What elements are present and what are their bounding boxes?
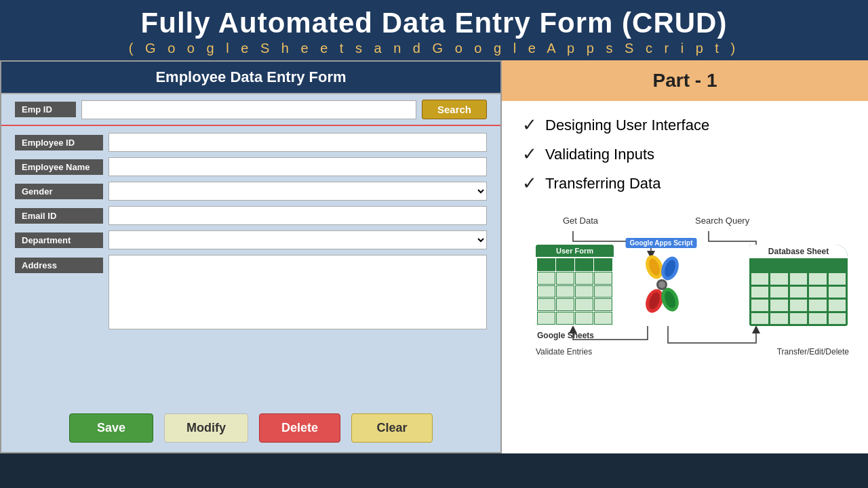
- checklist: ✓ Designing User Interface ✓ Validating …: [502, 101, 868, 207]
- delete-button[interactable]: Delete: [259, 413, 340, 443]
- part-label: Part - 1: [502, 60, 868, 101]
- check-item-1: ✓ Designing User Interface: [522, 115, 848, 136]
- save-button[interactable]: Save: [69, 413, 153, 443]
- address-label: Address: [15, 258, 103, 273]
- email-id-label: Email ID: [15, 208, 103, 224]
- form-title: Employee Data Entry Form: [1, 62, 500, 94]
- database-sheet-label: Database Sheet: [749, 245, 848, 258]
- svg-point-9: [658, 281, 665, 288]
- check-mark-1: ✓: [522, 115, 537, 136]
- apps-script-box: Google Apps Script: [620, 245, 702, 326]
- department-label: Department: [15, 232, 103, 248]
- transfer-label: Transfer/Edit/Delete: [777, 347, 849, 357]
- left-panel: Employee Data Entry Form Emp ID Search E…: [0, 60, 502, 453]
- address-textarea[interactable]: [108, 255, 487, 329]
- email-id-row: Email ID: [15, 206, 487, 225]
- department-select[interactable]: HR IT Finance: [108, 230, 487, 249]
- buttons-row: Save Modify Delete Clear: [1, 404, 500, 452]
- form-fields: Employee ID Employee Name Gender Male Fe…: [1, 126, 500, 404]
- apps-script-icon: [631, 255, 692, 316]
- check-item-3: ✓ Transferring Data: [522, 173, 848, 194]
- search-button[interactable]: Search: [422, 100, 487, 119]
- employee-id-row: Employee ID: [15, 133, 487, 152]
- right-panel: Part - 1 ✓ Designing User Interface ✓ Va…: [502, 60, 868, 453]
- header: Fully Automated Data Entry Form (CRUD) (…: [0, 0, 868, 60]
- check-label-3: Transferring Data: [545, 175, 660, 192]
- employee-id-label: Employee ID: [15, 135, 103, 150]
- main-layout: Employee Data Entry Form Emp ID Search E…: [0, 60, 868, 453]
- employee-id-input[interactable]: [108, 133, 487, 152]
- employee-name-row: Employee Name: [15, 157, 487, 176]
- database-sheet-box: Database Sheet: [749, 245, 848, 326]
- employee-name-input[interactable]: [108, 157, 487, 176]
- department-row: Department HR IT Finance: [15, 230, 487, 249]
- check-label-2: Validating Inputs: [545, 146, 654, 163]
- clear-button[interactable]: Clear: [351, 413, 433, 443]
- emp-id-label: Emp ID: [15, 102, 76, 117]
- email-id-input[interactable]: [108, 206, 487, 225]
- emp-id-row: Emp ID Search: [1, 94, 500, 126]
- gs-grid: [536, 257, 614, 326]
- header-subtitle: ( G o o g l e S h e e t s a n d G o o g …: [0, 41, 868, 56]
- user-form-label: User Form: [536, 245, 614, 257]
- get-data-label: Get Data: [563, 216, 598, 226]
- employee-name-label: Employee Name: [15, 159, 103, 175]
- diagram-area: Get Data Search Query: [502, 207, 868, 453]
- check-label-1: Designing User Interface: [545, 117, 709, 134]
- db-grid: [749, 258, 848, 326]
- check-mark-3: ✓: [522, 173, 537, 194]
- check-item-2: ✓ Validating Inputs: [522, 144, 848, 165]
- check-mark-2: ✓: [522, 144, 537, 165]
- validate-label: Validate Entries: [536, 347, 592, 357]
- apps-script-badge: Google Apps Script: [626, 238, 697, 248]
- gender-row: Gender Male Female: [15, 182, 487, 201]
- google-sheets-label: Google Sheets: [537, 331, 594, 340]
- gender-label: Gender: [15, 184, 103, 199]
- header-title: Fully Automated Data Entry Form (CRUD): [0, 7, 868, 39]
- address-row: Address: [15, 255, 487, 329]
- emp-id-input[interactable]: [81, 100, 416, 119]
- search-query-label: Search Query: [695, 216, 749, 226]
- gender-select[interactable]: Male Female: [108, 182, 487, 201]
- google-sheets-box: User Form: [536, 245, 614, 326]
- modify-button[interactable]: Modify: [164, 413, 248, 443]
